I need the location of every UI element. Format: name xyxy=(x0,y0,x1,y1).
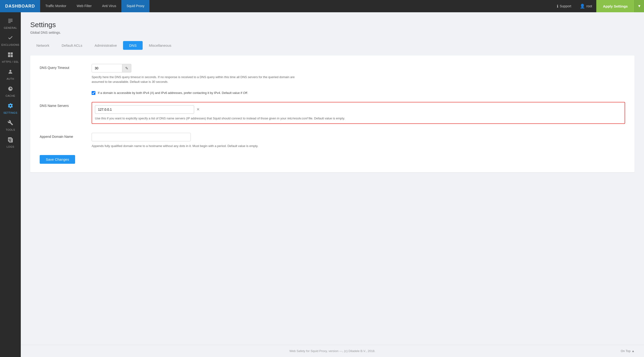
sidebar-item-label-logs: LOGS xyxy=(6,145,14,148)
settings-tabs: Network Default ACLs Administrative DNS … xyxy=(30,41,634,50)
sidebar-item-label-settings: SETTINGS xyxy=(3,111,17,114)
dns-timeout-help-text: Specify here the DNS query timeout in se… xyxy=(92,75,295,83)
tab-administrative[interactable]: Administrative xyxy=(88,41,123,50)
append-domain-label: Append Domain Name xyxy=(40,133,92,138)
user-menu[interactable]: 👤 root xyxy=(576,3,596,9)
general-icon xyxy=(8,18,13,25)
svg-rect-6 xyxy=(8,55,10,57)
dns-name-servers-row: DNS Name Servers ✕ Use this if you want … xyxy=(40,102,625,126)
svg-rect-1 xyxy=(8,20,12,20)
dns-timeout-input-group: ✎ xyxy=(92,64,625,72)
dns-timeout-edit-button[interactable]: ✎ xyxy=(122,64,131,72)
sidebar-item-cache[interactable]: CACHE xyxy=(0,83,21,100)
sidebar-item-auth[interactable]: AUTH xyxy=(0,66,21,83)
settings-icon xyxy=(8,103,13,110)
dns-servers-help: Use this if you want to explicitly speci… xyxy=(95,116,622,121)
ipv4-checkbox-row: If a domain is accessible by both IPv4 (… xyxy=(40,91,625,95)
append-domain-help: Appends fully qualified domain name to a… xyxy=(92,144,304,148)
footer-ontop-spacer: On Top ▲ xyxy=(375,349,634,353)
append-domain-control: Appends fully qualified domain name to a… xyxy=(92,133,625,148)
dns-timeout-input[interactable] xyxy=(92,64,122,72)
settings-card: DNS Query Timeout ✎ Specify here the DNS… xyxy=(30,55,634,172)
dns-query-timeout-row: DNS Query Timeout ✎ Specify here the DNS… xyxy=(40,64,625,84)
svg-rect-7 xyxy=(11,55,13,57)
on-top-label: On Top xyxy=(620,349,630,353)
tab-dns[interactable]: DNS xyxy=(123,41,143,50)
topnav-right: ℹ Support 👤 root Apply Settings ▼ xyxy=(552,0,644,12)
svg-rect-5 xyxy=(11,52,13,54)
sidebar-item-settings[interactable]: SETTINGS xyxy=(0,100,21,117)
auth-icon xyxy=(8,69,13,76)
logs-icon xyxy=(8,137,13,144)
info-icon: ℹ xyxy=(557,4,558,8)
dns-query-timeout-control: ✎ Specify here the DNS query timeout in … xyxy=(92,64,625,84)
sidebar-item-label-auth: AUTH xyxy=(6,77,14,80)
dns-servers-input-row: ✕ xyxy=(95,105,622,114)
main-layout: GENERAL EXCLUSIONS HTTPS / SSL AUTH CACH… xyxy=(0,12,644,357)
main-content: Settings Global DNS settings. Network De… xyxy=(21,12,644,345)
svg-rect-3 xyxy=(8,22,11,23)
sidebar-item-https-ssl[interactable]: HTTPS / SSL xyxy=(0,49,21,66)
svg-rect-4 xyxy=(8,52,10,54)
sidebar-item-label-cache: CACHE xyxy=(6,94,15,97)
cache-icon xyxy=(8,86,13,93)
dns-servers-input[interactable] xyxy=(95,105,194,114)
append-domain-input[interactable] xyxy=(92,133,191,141)
sidebar-item-logs[interactable]: LOGS xyxy=(0,134,21,151)
sidebar-item-label-general: GENERAL xyxy=(4,26,17,29)
topnav-traffic-monitor[interactable]: Traffic Monitor xyxy=(40,0,72,12)
tab-miscellaneous[interactable]: Miscellaneous xyxy=(143,41,177,50)
dns-query-timeout-label: DNS Query Timeout xyxy=(40,64,92,70)
dns-name-servers-label: DNS Name Servers xyxy=(40,102,92,108)
dns-timeout-help: Specify here the DNS query timeout in se… xyxy=(92,75,304,84)
apply-settings-button[interactable]: Apply Settings xyxy=(596,0,634,12)
sidebar-item-label-exclusions: EXCLUSIONS xyxy=(2,43,19,46)
append-domain-row: Append Domain Name Appends fully qualifi… xyxy=(40,133,625,148)
on-top-link[interactable]: On Top ▲ xyxy=(620,349,634,353)
footer-text: Web Safety for Squid Proxy, version ---,… xyxy=(290,349,376,353)
apply-settings-dropdown[interactable]: ▼ xyxy=(634,0,644,12)
sidebar-item-exclusions[interactable]: EXCLUSIONS xyxy=(0,32,21,49)
sidebar: GENERAL EXCLUSIONS HTTPS / SSL AUTH CACH… xyxy=(0,12,21,357)
tools-icon xyxy=(8,120,13,127)
topnav-links: Traffic Monitor Web Filter Anti Virus Sq… xyxy=(40,0,150,12)
exclusions-icon xyxy=(8,35,13,42)
svg-point-8 xyxy=(10,70,11,72)
save-changes-button[interactable]: Save Changes xyxy=(40,155,75,164)
ipv4-prefer-checkbox[interactable] xyxy=(92,91,96,95)
brand: DASHBOARD xyxy=(0,0,40,12)
chevron-up-icon: ▲ xyxy=(632,349,634,353)
support-link[interactable]: ℹ Support xyxy=(552,4,576,8)
page-subtitle: Global DNS settings. xyxy=(30,31,634,34)
page-title: Settings xyxy=(30,21,634,29)
sidebar-item-label-tools: TOOLS xyxy=(6,128,15,131)
sidebar-item-tools[interactable]: TOOLS xyxy=(0,117,21,134)
sidebar-item-label-https: HTTPS / SSL xyxy=(2,60,19,63)
topnav: DASHBOARD Traffic Monitor Web Filter Ant… xyxy=(0,0,644,12)
dns-timeout-help-em: 30 seconds xyxy=(152,80,168,83)
ipv4-checkbox-label: If a domain is accessible by both IPv4 (… xyxy=(98,91,248,95)
topnav-web-filter[interactable]: Web Filter xyxy=(72,0,97,12)
topnav-anti-virus[interactable]: Anti Virus xyxy=(97,0,122,12)
sidebar-item-general[interactable]: GENERAL xyxy=(0,15,21,32)
dns-timeout-help-end: . xyxy=(168,80,168,83)
footer: Web Safety for Squid Proxy, version ---,… xyxy=(21,345,644,357)
https-icon xyxy=(8,52,13,59)
svg-rect-2 xyxy=(8,21,12,22)
dns-servers-clear-button[interactable]: ✕ xyxy=(194,107,202,112)
tab-network[interactable]: Network xyxy=(30,41,56,50)
user-label: root xyxy=(586,4,592,8)
user-icon: 👤 xyxy=(580,3,585,9)
chevron-down-icon: ▼ xyxy=(638,4,641,8)
topnav-squid-proxy[interactable]: Squid Proxy xyxy=(122,0,150,12)
dns-servers-wrapper: ✕ Use this if you want to explicitly spe… xyxy=(92,102,625,124)
support-label: Support xyxy=(560,4,571,8)
tab-default-acls[interactable]: Default ACLs xyxy=(56,41,88,50)
dns-name-servers-control: ✕ Use this if you want to explicitly spe… xyxy=(92,102,625,126)
svg-rect-0 xyxy=(8,19,12,19)
